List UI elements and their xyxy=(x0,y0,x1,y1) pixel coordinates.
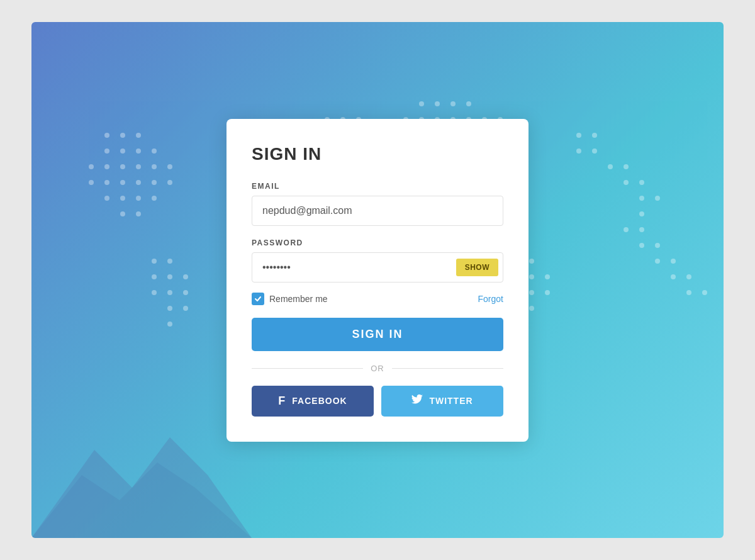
card-title: SIGN IN xyxy=(252,144,503,164)
svg-point-5 xyxy=(136,148,141,154)
svg-point-35 xyxy=(167,322,172,327)
background-container: SIGN IN EMAIL PASSWORD SHOW Remember xyxy=(31,22,724,538)
svg-point-4 xyxy=(120,148,125,154)
svg-point-1 xyxy=(120,133,125,138)
signin-card: SIGN IN EMAIL PASSWORD SHOW Remember xyxy=(226,119,528,442)
svg-point-7 xyxy=(89,164,94,169)
svg-point-2 xyxy=(136,133,141,138)
forgot-link[interactable]: Forgot xyxy=(478,294,503,304)
svg-point-128 xyxy=(639,243,644,248)
svg-point-23 xyxy=(120,211,125,216)
svg-point-18 xyxy=(167,180,172,185)
svg-point-6 xyxy=(152,148,157,154)
svg-point-119 xyxy=(608,164,613,169)
or-line-right xyxy=(392,368,503,369)
svg-point-27 xyxy=(152,274,157,279)
svg-point-29 xyxy=(183,274,188,279)
svg-point-8 xyxy=(104,164,109,169)
svg-point-123 xyxy=(639,196,644,201)
svg-point-131 xyxy=(671,259,676,264)
password-label: PASSWORD xyxy=(252,238,503,247)
svg-point-3 xyxy=(104,148,109,154)
svg-point-21 xyxy=(136,196,141,201)
page-wrapper: SIGN IN EMAIL PASSWORD SHOW Remember xyxy=(0,0,755,560)
svg-point-115 xyxy=(576,133,581,138)
svg-point-133 xyxy=(686,274,691,279)
or-divider: OR xyxy=(252,364,503,373)
svg-point-0 xyxy=(104,133,109,138)
svg-point-122 xyxy=(639,180,644,185)
svg-point-15 xyxy=(120,180,125,185)
svg-point-110 xyxy=(545,274,550,279)
svg-point-127 xyxy=(639,227,644,232)
svg-point-116 xyxy=(592,133,597,138)
facebook-button[interactable]: f FACEBOOK xyxy=(252,386,374,417)
svg-point-25 xyxy=(152,259,157,264)
svg-point-19 xyxy=(104,196,109,201)
svg-point-117 xyxy=(576,148,581,154)
svg-point-113 xyxy=(545,290,550,295)
twitter-label: TWITTER xyxy=(429,396,473,406)
svg-point-114 xyxy=(529,306,534,311)
svg-point-124 xyxy=(655,196,660,201)
svg-point-28 xyxy=(167,274,172,279)
remember-left: Remember me xyxy=(252,293,328,305)
svg-point-9 xyxy=(120,164,125,169)
facebook-label: FACEBOOK xyxy=(292,396,347,406)
password-wrapper: SHOW xyxy=(252,252,503,283)
svg-point-132 xyxy=(671,274,676,279)
svg-point-10 xyxy=(136,164,141,169)
svg-point-26 xyxy=(167,259,172,264)
email-label: EMAIL xyxy=(252,182,503,191)
email-input[interactable] xyxy=(252,196,503,226)
svg-point-134 xyxy=(686,290,691,295)
svg-point-109 xyxy=(529,274,534,279)
twitter-button[interactable]: TWITTER xyxy=(381,386,503,417)
svg-point-14 xyxy=(104,180,109,185)
remember-me-checkbox[interactable] xyxy=(252,293,264,305)
svg-point-30 xyxy=(152,290,157,295)
svg-point-106 xyxy=(529,259,534,264)
svg-point-135 xyxy=(702,290,707,295)
signin-button[interactable]: SIGN IN xyxy=(252,318,503,351)
mountain-silhouette xyxy=(31,412,252,538)
show-password-button[interactable]: SHOW xyxy=(456,259,498,276)
remember-me-label: Remember me xyxy=(269,294,328,304)
svg-point-13 xyxy=(89,180,94,185)
svg-point-118 xyxy=(592,148,597,154)
svg-point-71 xyxy=(419,101,424,106)
svg-point-32 xyxy=(183,290,188,295)
svg-point-126 xyxy=(624,227,629,232)
twitter-icon xyxy=(411,395,423,408)
svg-point-11 xyxy=(152,164,157,169)
svg-point-121 xyxy=(624,180,629,185)
svg-point-120 xyxy=(624,164,629,169)
svg-point-74 xyxy=(466,101,471,106)
svg-point-31 xyxy=(167,290,172,295)
svg-point-112 xyxy=(529,290,534,295)
or-line-left xyxy=(252,368,363,369)
svg-point-12 xyxy=(167,164,172,169)
svg-point-22 xyxy=(152,196,157,201)
svg-point-24 xyxy=(136,211,141,216)
svg-point-17 xyxy=(152,180,157,185)
svg-point-34 xyxy=(183,306,188,311)
remember-row: Remember me Forgot xyxy=(252,293,503,305)
svg-point-16 xyxy=(136,180,141,185)
svg-point-129 xyxy=(655,243,660,248)
svg-point-20 xyxy=(120,196,125,201)
svg-point-33 xyxy=(167,306,172,311)
svg-point-130 xyxy=(655,259,660,264)
svg-point-72 xyxy=(435,101,440,106)
svg-point-73 xyxy=(450,101,456,106)
social-buttons: f FACEBOOK TWITTER xyxy=(252,386,503,417)
facebook-icon: f xyxy=(278,395,286,408)
svg-point-125 xyxy=(639,211,644,216)
or-text: OR xyxy=(371,364,384,373)
